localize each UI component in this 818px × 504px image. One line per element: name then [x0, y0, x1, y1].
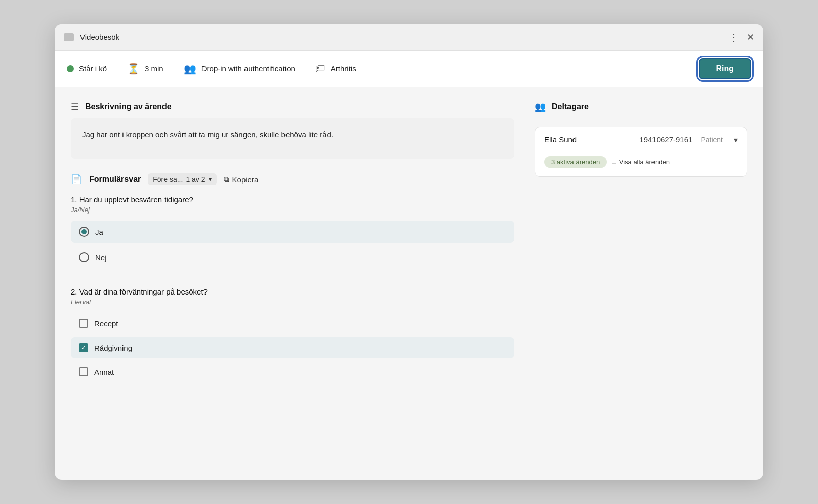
- queue-status-item: Står i kö: [67, 64, 107, 73]
- participants-header: 👥 Deltagare: [535, 101, 747, 112]
- checkbox-box-annat: [79, 367, 88, 376]
- participant-role: Patient: [701, 136, 723, 144]
- question-1-block: 1. Har du upplevt besvären tidigare? Ja/…: [71, 195, 514, 271]
- wait-time-label: 3 min: [145, 64, 163, 73]
- copy-button[interactable]: ⧉ Kopiera: [224, 175, 259, 184]
- case-description-header: ☰ Beskrivning av ärende: [71, 101, 514, 112]
- title-bar-actions: ⋮ ✕: [729, 31, 754, 44]
- more-options-icon[interactable]: ⋮: [729, 31, 740, 44]
- status-dot: [67, 65, 74, 72]
- active-cases-badge: 3 aktiva ärenden: [544, 156, 607, 168]
- radio-outer-ja: [79, 227, 89, 237]
- checkbox-box-radgivning: ✓: [79, 343, 88, 352]
- checkbox-annat[interactable]: Annat: [71, 361, 514, 383]
- question-2-type: Flerval: [71, 298, 514, 306]
- content-area: ☰ Beskrivning av ärende Jag har ont i kr…: [55, 87, 763, 480]
- radio-option-nej[interactable]: Nej: [71, 246, 514, 268]
- diagnosis-label: Arthritis: [331, 64, 356, 73]
- participant-info: Ella Sund 19410627-9161 Patient ▾: [544, 135, 738, 144]
- form-header: 📄 Formulärsvar Före sa... 1 av 2 ▾ ⧉ Kop…: [71, 173, 514, 185]
- main-window: Videobesök ⋮ ✕ Står i kö ⏳ 3 min 👥 Drop-…: [55, 24, 763, 480]
- checkbox-label-annat: Annat: [94, 368, 114, 376]
- chevron-down-icon: ▾: [209, 176, 212, 183]
- participants-icon: 👥: [535, 101, 546, 112]
- question-1-label: Har du upplevt besvären tidigare?: [79, 195, 193, 204]
- document-icon: 📄: [71, 174, 82, 185]
- question-2-label: Vad är dina förväntningar på besöket?: [79, 287, 208, 296]
- visit-type-item: 👥 Drop-in with authentification: [184, 63, 295, 75]
- radio-label-nej: Nej: [95, 253, 107, 262]
- participant-name: Ella Sund: [544, 135, 631, 144]
- form-nav-dropdown[interactable]: Före sa... 1 av 2 ▾: [148, 173, 216, 185]
- form-section: 📄 Formulärsvar Före sa... 1 av 2 ▾ ⧉ Kop…: [71, 173, 514, 402]
- case-description-section: ☰ Beskrivning av ärende Jag har ont i kr…: [71, 101, 514, 159]
- radio-label-ja: Ja: [95, 228, 103, 236]
- checkbox-box-recept: [79, 319, 88, 328]
- participant-row: Ella Sund 19410627-9161 Patient ▾ 3 akti…: [535, 127, 747, 177]
- checkbox-label-recept: Recept: [94, 319, 118, 328]
- window-title: Videobesök: [80, 33, 729, 41]
- queue-status-label: Står i kö: [79, 64, 107, 73]
- question-1-text: 1. Har du upplevt besvären tidigare?: [71, 195, 514, 204]
- checkbox-radgivning[interactable]: ✓ Rådgivning: [71, 337, 514, 358]
- view-all-label: Visa alla ärenden: [619, 158, 670, 166]
- question-1-number: 1.: [71, 195, 79, 204]
- participants-title: Deltagare: [552, 102, 589, 111]
- visit-type-label: Drop-in with authentification: [201, 64, 295, 73]
- ring-button[interactable]: Ring: [699, 58, 751, 79]
- window-icon: [64, 33, 74, 41]
- radio-outer-nej: [79, 252, 89, 262]
- radio-option-ja[interactable]: Ja: [71, 221, 514, 243]
- page-indicator: 1 av 2: [186, 175, 205, 183]
- form-section-title: Formulärsvar: [89, 175, 141, 184]
- participant-chevron-icon[interactable]: ▾: [734, 136, 738, 144]
- copy-icon: ⧉: [224, 175, 229, 184]
- checkbox-recept[interactable]: Recept: [71, 313, 514, 334]
- title-bar: Videobesök ⋮ ✕: [55, 24, 763, 51]
- participant-divider: [544, 150, 738, 150]
- checkbox-label-radgivning: Rådgivning: [94, 344, 132, 352]
- close-icon[interactable]: ✕: [747, 32, 754, 43]
- question-2-block: 2. Vad är dina förväntningar på besöket?…: [71, 287, 514, 386]
- right-panel: 👥 Deltagare Ella Sund 19410627-9161 Pati…: [535, 101, 747, 466]
- diagnosis-item: 🏷 Arthritis: [315, 63, 356, 74]
- case-description-title: Beskrivning av ärende: [85, 102, 172, 111]
- participant-actions: 3 aktiva ärenden ≡ Visa alla ärenden: [544, 156, 738, 168]
- form-label: Före sa...: [153, 175, 183, 183]
- people-icon: 👥: [184, 63, 196, 75]
- question-2-text: 2. Vad är dina förväntningar på besöket?: [71, 287, 514, 296]
- view-all-cases-button[interactable]: ≡ Visa alla ärenden: [612, 158, 670, 166]
- tag-icon: 🏷: [315, 63, 325, 74]
- copy-label: Kopiera: [232, 175, 259, 184]
- wait-time-item: ⏳ 3 min: [127, 63, 163, 75]
- list-icon: ☰: [71, 101, 79, 112]
- hourglass-icon: ⏳: [127, 63, 140, 75]
- status-bar: Står i kö ⏳ 3 min 👥 Drop-in with authent…: [55, 51, 763, 87]
- radio-inner-ja: [81, 229, 87, 234]
- question-2-number: 2.: [71, 287, 79, 296]
- case-description-text: Jag har ont i kroppen och svårt att ta m…: [71, 118, 514, 159]
- list-lines-icon: ≡: [612, 158, 616, 166]
- left-panel: ☰ Beskrivning av ärende Jag har ont i kr…: [71, 101, 514, 466]
- participant-id: 19410627-9161: [639, 135, 692, 144]
- question-1-type: Ja/Nej: [71, 206, 514, 214]
